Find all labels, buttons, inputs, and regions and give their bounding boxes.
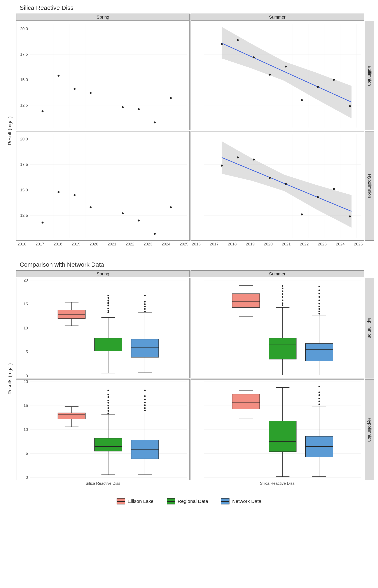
- x-category: Silica Reactive Diss: [190, 481, 364, 487]
- col-strip-summer: Summer: [190, 13, 364, 21]
- legend-item: Regional Data: [167, 498, 208, 504]
- svg-point-223: [144, 404, 146, 406]
- svg-point-94: [269, 177, 271, 179]
- svg-point-252: [319, 401, 320, 402]
- svg-point-174: [319, 313, 320, 315]
- svg-rect-158: [269, 338, 297, 359]
- svg-point-69: [57, 191, 59, 193]
- fig2-title: Comparison with Network Data: [20, 261, 374, 268]
- box-panel-spring-epilimnion: 05101520: [16, 278, 190, 378]
- svg-point-123: [108, 310, 109, 312]
- svg-point-179: [319, 299, 320, 301]
- svg-point-92: [237, 156, 239, 158]
- svg-point-180: [319, 296, 320, 298]
- svg-text:0: 0: [26, 374, 28, 378]
- svg-text:0: 0: [26, 475, 28, 480]
- svg-rect-198: [58, 413, 85, 419]
- svg-point-221: [144, 410, 146, 411]
- svg-point-166: [282, 288, 283, 289]
- svg-text:15.0: 15.0: [20, 188, 28, 192]
- svg-text:15: 15: [23, 302, 28, 307]
- row-strip-hypolimnion: Hypolimnion: [365, 131, 374, 241]
- svg-rect-237: [232, 394, 260, 409]
- svg-point-43: [253, 56, 255, 58]
- panel-spring-hypolimnion: 12.515.017.520.0: [16, 131, 190, 241]
- legend-swatch: [117, 498, 125, 504]
- svg-point-75: [170, 206, 172, 208]
- svg-point-21: [90, 92, 92, 94]
- svg-point-24: [154, 121, 156, 123]
- svg-point-211: [108, 400, 109, 401]
- svg-point-207: [108, 410, 109, 412]
- svg-rect-204: [94, 438, 122, 451]
- svg-point-222: [144, 407, 146, 409]
- svg-text:20: 20: [23, 278, 28, 282]
- svg-text:17.5: 17.5: [20, 162, 28, 167]
- row-strip-hypolimnion: Hypolimnion: [365, 379, 374, 480]
- svg-rect-135: [131, 339, 159, 357]
- svg-point-225: [144, 399, 146, 400]
- svg-point-138: [144, 308, 146, 310]
- legend-item: Ellison Lake: [117, 498, 154, 504]
- svg-point-139: [144, 306, 146, 307]
- svg-point-164: [282, 293, 283, 295]
- row-strip-epilimnion: Epilimnion: [365, 21, 374, 130]
- svg-point-47: [317, 86, 319, 88]
- svg-point-23: [138, 108, 140, 110]
- svg-point-177: [319, 306, 320, 307]
- legend-item: Network Data: [221, 498, 261, 504]
- svg-point-140: [144, 303, 146, 305]
- svg-text:15: 15: [23, 404, 28, 408]
- col-strip-summer: Summer: [190, 270, 364, 277]
- x-category: Silica Reactive Diss: [16, 481, 190, 487]
- svg-point-18: [41, 110, 43, 112]
- col-strip-spring: Spring: [16, 270, 190, 277]
- svg-point-46: [301, 99, 303, 101]
- panel-spring-epilimnion: 12.515.017.520.0: [16, 21, 190, 130]
- svg-point-206: [108, 413, 109, 414]
- fig2-ylabel: Results (mg/L): [4, 278, 15, 480]
- svg-point-44: [269, 74, 271, 76]
- svg-rect-152: [232, 294, 260, 307]
- svg-point-96: [301, 214, 303, 215]
- x-ticks: 2016201720182019202020212022202320242025: [16, 241, 190, 248]
- svg-text:12.5: 12.5: [20, 213, 28, 218]
- x-ticks: 2016201720182019202020212022202320242025: [190, 241, 364, 248]
- svg-point-181: [319, 293, 320, 294]
- svg-rect-120: [94, 338, 122, 351]
- svg-point-129: [108, 297, 109, 299]
- svg-point-93: [253, 159, 255, 160]
- panel-summer-hypolimnion: [190, 131, 364, 241]
- box-panel-spring-hypolimnion: 05101520: [16, 379, 190, 480]
- svg-text:5: 5: [26, 350, 28, 354]
- svg-point-224: [144, 402, 146, 403]
- figure-network-comparison: Comparison with Network Data Results (mg…: [4, 261, 374, 504]
- svg-point-227: [144, 390, 146, 391]
- svg-point-72: [122, 213, 124, 214]
- row-strip-epilimnion: Epilimnion: [365, 278, 374, 378]
- svg-point-160: [282, 304, 283, 306]
- svg-point-165: [282, 291, 283, 292]
- svg-rect-243: [269, 421, 297, 452]
- svg-point-124: [108, 308, 109, 309]
- figure-silica-trend: Silica Reactive Diss Result (mg/L) Sprin…: [4, 4, 374, 248]
- svg-point-210: [108, 402, 109, 404]
- svg-point-42: [237, 39, 239, 41]
- box-panel-summer-epilimnion: [190, 278, 364, 378]
- svg-text:5: 5: [26, 452, 28, 456]
- svg-point-209: [108, 405, 109, 406]
- svg-point-251: [319, 403, 320, 405]
- svg-point-176: [319, 308, 320, 310]
- svg-point-255: [319, 392, 320, 393]
- svg-point-254: [319, 394, 320, 396]
- legend-swatch: [167, 498, 175, 504]
- svg-point-256: [319, 386, 320, 387]
- svg-point-163: [282, 296, 283, 298]
- svg-point-128: [108, 299, 109, 301]
- svg-point-48: [333, 79, 335, 81]
- svg-point-74: [154, 233, 156, 235]
- svg-text:12.5: 12.5: [20, 103, 28, 107]
- col-strip-spring: Spring: [16, 13, 190, 21]
- svg-point-175: [319, 311, 320, 312]
- fig1-ylabel: Result (mg/L): [4, 21, 15, 241]
